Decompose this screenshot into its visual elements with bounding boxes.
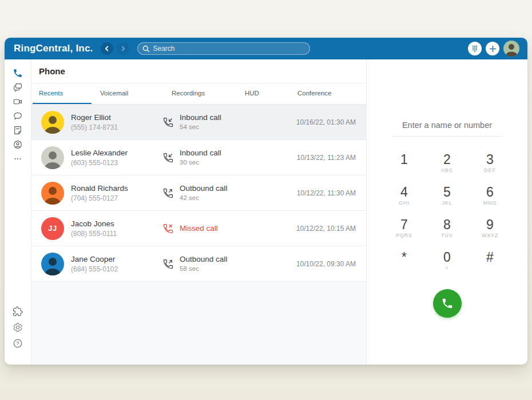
phone-main: Phone Recents Voicemail Recordings HUD C… xyxy=(31,59,366,365)
tab-conference[interactable]: Conference xyxy=(286,83,366,104)
sidebar-item-notes[interactable] xyxy=(13,125,23,135)
call-type: Outbound call 42 sec xyxy=(162,183,227,202)
search-icon xyxy=(142,45,150,53)
call-type-label: Inbound call xyxy=(180,148,221,158)
key-letters: ABC xyxy=(441,167,453,174)
caller-number: (808) 555-0111 xyxy=(71,229,158,238)
person-icon xyxy=(41,253,64,275)
key-digit: 9 xyxy=(486,218,494,231)
sidebar-item-text[interactable] xyxy=(13,82,23,93)
key-digit: 3 xyxy=(486,153,494,166)
key-letters: TUV xyxy=(441,233,452,239)
sidebar-item-more[interactable] xyxy=(13,154,23,164)
avatar-initials: JJ xyxy=(48,224,57,233)
key-digit: 6 xyxy=(486,185,494,199)
contacts-icon xyxy=(13,139,23,150)
dial-key-1[interactable]: 1 xyxy=(383,147,426,179)
sidebar-item-phone[interactable] xyxy=(13,68,23,78)
call-type: Missed call xyxy=(162,223,218,234)
caller-number: (603) 555-0123 xyxy=(71,158,158,167)
plus-icon xyxy=(489,45,497,53)
sidebar-rail: ? xyxy=(5,59,31,365)
call-row[interactable]: JJ Jacob Jones (808) 555-0111 Missed cal… xyxy=(31,211,366,246)
dial-key-7[interactable]: 7PQRS xyxy=(383,212,426,245)
person-icon xyxy=(41,182,64,205)
dial-key-9[interactable]: 9WXYZ xyxy=(469,212,511,245)
call-type-text: Outbound call 42 sec xyxy=(180,183,227,202)
new-actions-button[interactable] xyxy=(486,42,499,55)
app-window: RingCentral, Inc. xyxy=(5,38,527,365)
top-bar-actions xyxy=(468,41,519,57)
dial-key-star[interactable]: * xyxy=(383,245,426,277)
dial-key-hash[interactable]: # xyxy=(469,245,511,277)
page-title: Phone xyxy=(39,66,65,76)
sidebar-item-settings[interactable] xyxy=(13,322,23,333)
call-row[interactable]: Ronald Richards (704) 555-0127 Outbound … xyxy=(31,175,366,211)
dial-key-0[interactable]: 0+ xyxy=(426,245,469,277)
back-button[interactable] xyxy=(101,42,113,55)
call-row[interactable]: Leslie Alexander (603) 555-0123 Inbound … xyxy=(31,140,366,175)
call-row[interactable]: Jane Cooper (684) 555-0102 Outbound call… xyxy=(31,246,366,282)
dial-input[interactable] xyxy=(392,114,502,137)
key-digit: 4 xyxy=(400,185,408,199)
video-camera-icon xyxy=(13,97,23,107)
outbound-call-icon xyxy=(162,258,174,270)
tab-recents[interactable]: Recents xyxy=(33,83,92,104)
key-digit: 8 xyxy=(443,218,451,231)
call-type-text: Inbound call 30 sec xyxy=(180,148,221,167)
call-type: Inbound call 54 sec xyxy=(162,113,221,131)
user-avatar[interactable] xyxy=(503,41,519,57)
caller-name: Jacob Jones xyxy=(71,219,158,229)
caller-number: (684) 555-0102 xyxy=(71,265,158,274)
sidebar-item-apps[interactable] xyxy=(13,306,23,317)
dial-key-3[interactable]: 3DEF xyxy=(469,147,511,179)
caller-info: Jane Cooper (684) 555-0102 xyxy=(71,254,158,274)
key-digit: # xyxy=(486,250,494,264)
call-row[interactable]: Roger Elliot (555) 174-8731 Inbound call… xyxy=(31,105,366,140)
dial-key-2[interactable]: 2ABC xyxy=(426,147,469,179)
svg-text:?: ? xyxy=(17,341,19,346)
call-type-label: Outbound call xyxy=(180,183,227,194)
tab-voicemail[interactable]: Voicemail xyxy=(92,83,166,104)
key-letters: MNO xyxy=(483,200,497,206)
forward-button[interactable] xyxy=(117,42,129,55)
dial-key-4[interactable]: 4GHI xyxy=(383,179,426,212)
puzzle-icon xyxy=(13,306,23,317)
dial-keypad: 1 2ABC 3DEF 4GHI 5JKL 6MNO 7PQRS 8TUV 9W… xyxy=(383,147,511,277)
key-digit: 7 xyxy=(400,218,408,231)
call-duration: 30 sec xyxy=(180,158,221,167)
caller-name: Jane Cooper xyxy=(71,254,158,265)
search-box xyxy=(137,42,310,55)
phone-icon xyxy=(441,297,454,310)
dialpad-button[interactable] xyxy=(468,42,482,55)
avatar xyxy=(41,253,64,275)
more-ellipsis-icon xyxy=(13,154,23,164)
sidebar-item-help[interactable]: ? xyxy=(13,338,23,349)
call-button[interactable] xyxy=(433,289,462,318)
call-type-label: Inbound call xyxy=(180,113,221,123)
caller-name: Ronald Richards xyxy=(71,183,158,194)
dial-key-6[interactable]: 6MNO xyxy=(469,179,511,212)
caller-number: (704) 555-0127 xyxy=(71,194,158,203)
caller-number: (555) 174-8731 xyxy=(71,123,158,132)
sidebar-item-video[interactable] xyxy=(13,97,23,107)
help-icon: ? xyxy=(13,338,23,349)
dial-key-5[interactable]: 5JKL xyxy=(426,179,469,212)
caller-info: Jacob Jones (808) 555-0111 xyxy=(71,219,158,238)
caller-name: Leslie Alexander xyxy=(71,148,158,158)
call-type: Inbound call 30 sec xyxy=(162,148,221,167)
tab-recordings[interactable]: Recordings xyxy=(166,83,232,104)
caller-info: Leslie Alexander (603) 555-0123 xyxy=(71,148,158,167)
call-datetime: 10/12/22, 11:30 AM xyxy=(297,189,366,197)
tab-hud[interactable]: HUD xyxy=(232,83,286,104)
missed-call-icon xyxy=(162,223,174,234)
tab-bar: Recents Voicemail Recordings HUD Confere… xyxy=(31,83,366,105)
dial-key-8[interactable]: 8TUV xyxy=(426,212,469,245)
person-icon xyxy=(41,111,64,134)
call-duration: 58 sec xyxy=(180,265,227,273)
search-input[interactable] xyxy=(137,42,310,55)
sidebar-item-contacts[interactable] xyxy=(13,139,23,150)
key-letters: JKL xyxy=(442,200,452,206)
sidebar-item-message[interactable] xyxy=(13,111,23,121)
call-type-text: Inbound call 54 sec xyxy=(180,113,221,131)
